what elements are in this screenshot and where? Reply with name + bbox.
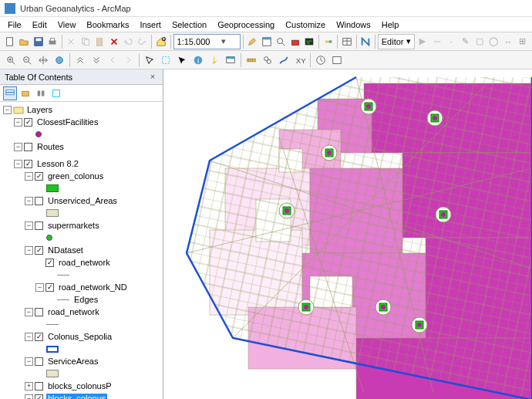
html-popup-button[interactable] — [223, 52, 238, 68]
python-button[interactable] — [302, 34, 315, 49]
menu-edit[interactable]: Edit — [28, 19, 52, 31]
menu-help[interactable]: Help — [377, 19, 404, 31]
edit-tool-8[interactable]: ⊞ — [516, 34, 529, 49]
editor-dropdown[interactable]: Editor ▾ — [378, 34, 416, 49]
layer-checkbox[interactable] — [24, 143, 32, 151]
find-button[interactable] — [260, 52, 275, 68]
toc-tab-selection[interactable] — [49, 86, 63, 100]
layer-checkbox[interactable] — [35, 357, 43, 366]
expand-icon[interactable]: − — [3, 106, 12, 114]
expand-icon[interactable]: − — [25, 333, 33, 341]
toc-tree[interactable]: −Layers −ClosestFacilities −Routes −Less… — [0, 102, 163, 399]
goto-xy-button[interactable]: XY — [292, 52, 308, 68]
layer-green-colonus[interactable]: green_colonus — [46, 171, 105, 181]
menu-selection[interactable]: Selection — [167, 19, 211, 31]
cut-button[interactable] — [65, 34, 78, 49]
layer-checkbox[interactable] — [35, 197, 43, 205]
layer-checkbox[interactable] — [35, 246, 43, 255]
layer-checkbox[interactable] — [35, 333, 43, 341]
layer-routes[interactable]: Routes — [35, 142, 66, 151]
open-button[interactable] — [17, 34, 30, 49]
zoom-in-button[interactable] — [3, 52, 19, 68]
toc-tab-visibility[interactable] — [34, 86, 48, 100]
layer-serviceareas[interactable]: ServiceAreas — [46, 357, 99, 366]
delete-button[interactable] — [107, 34, 120, 49]
editor-toolbar-button[interactable] — [246, 34, 259, 49]
expand-icon[interactable]: − — [14, 143, 22, 151]
edit-tool-5[interactable]: ▢ — [473, 34, 486, 49]
layer-supermarkets[interactable]: supermarkets — [46, 221, 101, 230]
edit-tool-3[interactable]: · — [444, 34, 457, 49]
catalog-button[interactable] — [260, 34, 273, 49]
menu-view[interactable]: View — [53, 19, 81, 31]
toc-tab-source[interactable] — [19, 86, 32, 100]
expand-icon[interactable]: − — [25, 357, 33, 366]
na-button[interactable] — [359, 34, 372, 49]
menu-geoprocessing[interactable]: Geoprocessing — [213, 19, 279, 31]
layer-edges[interactable]: Edges — [72, 295, 99, 304]
edit-tool-2[interactable] — [430, 34, 443, 49]
menu-windows[interactable]: Windows — [332, 19, 375, 31]
redo-button[interactable] — [136, 34, 149, 49]
zoom-out-button[interactable] — [19, 52, 35, 68]
layer-lesson[interactable]: Lesson 8.2 — [35, 159, 80, 168]
map-canvas[interactable] — [163, 69, 532, 399]
layer-blocks-colonus-p[interactable]: blocks_colonusP — [46, 381, 113, 391]
layer-checkbox[interactable] — [35, 394, 43, 400]
edit-tool-6[interactable]: ◯ — [487, 34, 500, 49]
fixed-zoom-out-button[interactable] — [89, 52, 104, 68]
layer-blocks-colonus[interactable]: blocks_colonus — [46, 394, 107, 399]
scale-input[interactable]: 1:15.000 ▾ — [173, 34, 241, 49]
layer-ndataset[interactable]: NDataset — [46, 245, 85, 255]
fwd-extent-button[interactable] — [121, 52, 136, 68]
layer-checkbox[interactable] — [24, 118, 32, 127]
expand-icon[interactable]: − — [25, 246, 33, 255]
expand-icon[interactable]: − — [35, 283, 44, 292]
layer-road-network-1[interactable]: road_network — [57, 258, 112, 267]
viewer-window-button[interactable] — [329, 52, 345, 68]
layer-closestfacilities[interactable]: ClosestFacilities — [35, 117, 99, 127]
menu-customize[interactable]: Customize — [281, 19, 330, 31]
expand-icon[interactable]: − — [14, 160, 22, 168]
menu-file[interactable]: File — [3, 19, 26, 31]
expand-icon[interactable]: − — [25, 308, 33, 316]
print-button[interactable] — [45, 34, 59, 49]
model-builder-button[interactable] — [322, 34, 335, 49]
pan-button[interactable] — [35, 52, 51, 68]
toc-close-button[interactable]: × — [147, 72, 158, 83]
layer-colonus-sepolia[interactable]: Colonus_Sepolia — [46, 332, 113, 341]
edit-tool-1[interactable] — [416, 34, 429, 49]
fixed-zoom-in-button[interactable] — [72, 52, 88, 68]
layer-checkbox[interactable] — [35, 308, 43, 316]
new-button[interactable] — [3, 34, 16, 49]
find-route-button[interactable] — [276, 52, 291, 68]
full-extent-button[interactable] — [52, 52, 67, 68]
map-view[interactable] — [163, 69, 532, 399]
back-extent-button[interactable] — [105, 52, 120, 68]
toc-root[interactable]: Layers — [25, 105, 54, 114]
expand-icon[interactable]: − — [25, 197, 33, 205]
save-button[interactable] — [32, 34, 45, 49]
expand-icon[interactable]: − — [25, 394, 33, 400]
identify-button[interactable]: i — [190, 52, 206, 68]
arc-toolbox-button[interactable] — [288, 34, 301, 49]
expand-icon[interactable]: − — [14, 118, 22, 127]
layer-road-network-nd[interactable]: road_network_ND — [57, 282, 129, 292]
edit-tool-7[interactable]: ↔ — [501, 34, 514, 49]
copy-button[interactable] — [79, 34, 92, 49]
layer-checkbox[interactable] — [35, 172, 43, 181]
menu-bookmarks[interactable]: Bookmarks — [82, 19, 133, 31]
layer-unserviced[interactable]: Unserviced_Areas — [46, 196, 119, 205]
layer-road-network-2[interactable]: road_network — [46, 307, 101, 316]
scale-dropdown-icon[interactable]: ▾ — [210, 36, 236, 46]
paste-button[interactable] — [93, 34, 106, 49]
layer-checkbox[interactable] — [35, 221, 43, 230]
table-button[interactable] — [340, 34, 353, 49]
expand-icon[interactable]: − — [25, 172, 33, 181]
measure-button[interactable] — [244, 52, 259, 68]
toc-tab-drawing-order[interactable] — [3, 86, 17, 100]
add-data-button[interactable] — [154, 34, 167, 49]
time-slider-button[interactable] — [313, 52, 328, 68]
expand-icon[interactable]: − — [25, 221, 33, 230]
menu-insert[interactable]: Insert — [135, 19, 166, 31]
